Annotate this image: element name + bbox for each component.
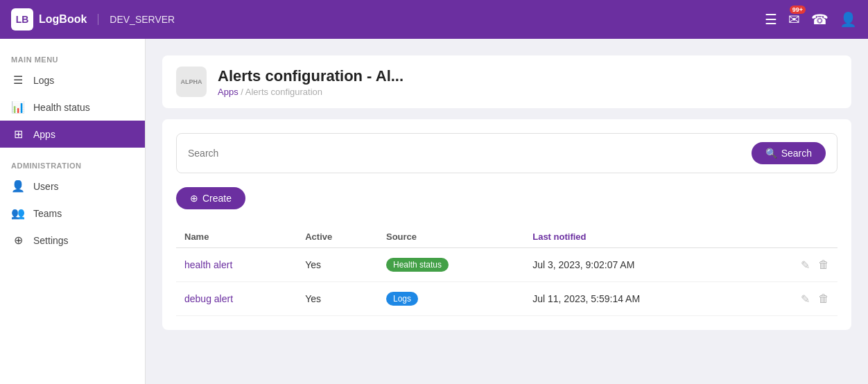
table-row: debug alert Yes Logs Jul 11, 2023, 5:59:… xyxy=(176,282,837,316)
row-active: Yes xyxy=(297,282,378,316)
logo-icon: LB xyxy=(11,8,33,30)
table-header-row: Name Active Source Last notified xyxy=(176,226,837,248)
source-badge: Health status xyxy=(386,258,449,272)
row-active: Yes xyxy=(297,248,378,282)
sidebar-item-settings[interactable]: ⊕ Settings xyxy=(0,227,145,254)
content-card: 🔍 Search ⊕ Create Name Active Source Las… xyxy=(162,119,851,330)
table-header: Name Active Source Last notified xyxy=(176,226,837,248)
search-icon: 🔍 xyxy=(765,148,777,159)
sidebar-item-users[interactable]: 👤 Users xyxy=(0,173,145,200)
col-last-notified: Last notified xyxy=(524,226,754,248)
user-icon[interactable]: 👤 xyxy=(840,11,857,28)
delete-icon[interactable]: 🗑 xyxy=(818,293,829,306)
sidebar-item-label: Logs xyxy=(33,75,54,86)
teams-icon: 👥 xyxy=(11,207,25,220)
row-actions: ✎ 🗑 xyxy=(754,248,837,282)
edit-icon[interactable]: ✎ xyxy=(801,293,810,306)
breadcrumb-apps-link[interactable]: Apps xyxy=(218,87,238,97)
alerts-table: Name Active Source Last notified health … xyxy=(176,226,837,316)
page-header: ALPHA Alerts configuration - Al... Apps … xyxy=(162,55,851,108)
source-badge: Logs xyxy=(386,292,418,306)
main-menu-label: MAIN MENU xyxy=(0,50,145,67)
edit-icon[interactable]: ✎ xyxy=(801,259,810,272)
layout: MAIN MENU ☰ Logs 📊 Health status ⊞ Apps … xyxy=(0,39,868,384)
admin-label: ADMINISTRATION xyxy=(0,156,145,173)
action-icons: ✎ 🗑 xyxy=(763,259,829,272)
page-title-block: Alerts configuration - Al... Apps / Aler… xyxy=(218,67,403,97)
breadcrumb: Apps / Alerts configuration xyxy=(218,87,403,97)
plus-icon: ⊕ xyxy=(190,193,198,204)
row-name: health alert xyxy=(176,248,297,282)
sidebar-item-label: Health status xyxy=(33,102,90,113)
sidebar-item-teams[interactable]: 👥 Teams xyxy=(0,200,145,227)
alert-name-link[interactable]: health alert xyxy=(184,259,232,270)
search-button-label: Search xyxy=(781,148,812,159)
navbar-right: ☰ ✉ 99+ ☎ 👤 xyxy=(765,11,857,28)
apps-icon: ⊞ xyxy=(11,128,25,141)
row-source: Logs xyxy=(378,282,524,316)
settings-icon: ⊕ xyxy=(11,234,25,247)
search-input[interactable] xyxy=(188,148,743,159)
sidebar-item-label: Users xyxy=(33,181,59,192)
breadcrumb-current: Alerts configuration xyxy=(245,87,322,97)
row-last-notified: Jul 3, 2023, 9:02:07 AM xyxy=(524,248,754,282)
col-source: Source xyxy=(378,226,524,248)
table-row: health alert Yes Health status Jul 3, 20… xyxy=(176,248,837,282)
create-button-label: Create xyxy=(202,193,232,204)
table-body: health alert Yes Health status Jul 3, 20… xyxy=(176,248,837,316)
sidebar-item-label: Teams xyxy=(33,208,62,219)
logs-icon: ☰ xyxy=(11,73,25,87)
search-button[interactable]: 🔍 Search xyxy=(752,142,826,164)
navbar-left: LB LogBook DEV_SERVER xyxy=(11,8,175,30)
phone-icon[interactable]: ☎ xyxy=(811,11,828,28)
main-content: ALPHA Alerts configuration - Al... Apps … xyxy=(146,39,868,384)
navbar: LB LogBook DEV_SERVER ☰ ✉ 99+ ☎ 👤 xyxy=(0,0,868,39)
health-status-icon: 📊 xyxy=(11,101,25,114)
col-name: Name xyxy=(176,226,297,248)
logo[interactable]: LB LogBook xyxy=(11,8,87,30)
row-name: debug alert xyxy=(176,282,297,316)
col-active: Active xyxy=(297,226,378,248)
users-icon: 👤 xyxy=(11,180,25,193)
sidebar-item-logs[interactable]: ☰ Logs xyxy=(0,67,145,94)
logo-name: LogBook xyxy=(39,13,87,26)
notification-icon[interactable]: ✉ 99+ xyxy=(788,11,800,28)
sidebar: MAIN MENU ☰ Logs 📊 Health status ⊞ Apps … xyxy=(0,39,146,384)
row-last-notified: Jul 11, 2023, 5:59:14 AM xyxy=(524,282,754,316)
search-bar: 🔍 Search xyxy=(176,133,837,173)
menu-icon[interactable]: ☰ xyxy=(765,11,777,28)
delete-icon[interactable]: 🗑 xyxy=(818,259,829,272)
sidebar-item-apps[interactable]: ⊞ Apps xyxy=(0,121,145,148)
col-actions xyxy=(754,226,837,248)
sidebar-item-label: Settings xyxy=(33,235,69,246)
sidebar-item-label: Apps xyxy=(33,129,55,140)
sidebar-item-health-status[interactable]: 📊 Health status xyxy=(0,94,145,121)
row-actions: ✎ 🗑 xyxy=(754,282,837,316)
server-name: DEV_SERVER xyxy=(98,14,175,25)
alert-name-link[interactable]: debug alert xyxy=(184,293,233,304)
row-source: Health status xyxy=(378,248,524,282)
app-icon-text: ALPHA xyxy=(181,78,202,85)
action-icons: ✎ 🗑 xyxy=(763,293,829,306)
app-icon: ALPHA xyxy=(176,67,207,97)
page-title: Alerts configuration - Al... xyxy=(218,67,403,85)
notification-badge: 99+ xyxy=(790,6,806,14)
create-button[interactable]: ⊕ Create xyxy=(176,187,245,209)
